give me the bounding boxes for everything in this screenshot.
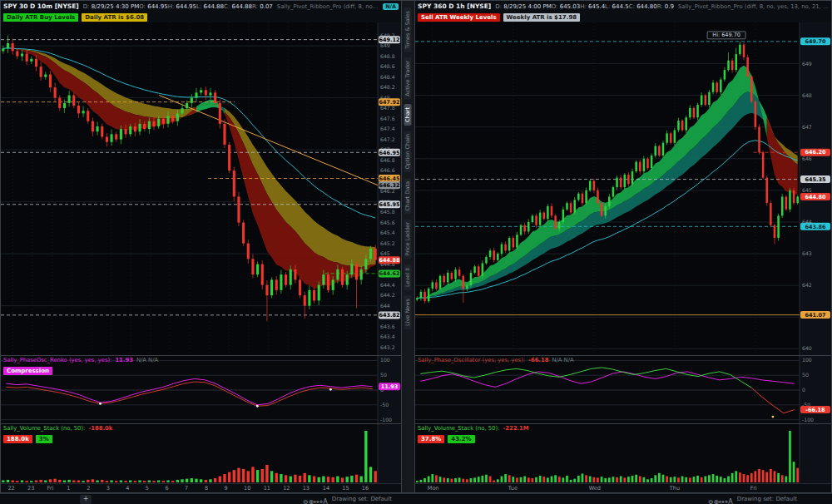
svg-text:644.2: 644.2 [380, 292, 395, 298]
time-axis-left: 2223Fri12345678910111213141516 [1, 483, 401, 492]
svg-text:645: 645 [802, 187, 812, 193]
svg-text:-100: -100 [802, 417, 814, 422]
svg-text:644.88: 644.88 [379, 257, 400, 264]
time-axis-label: 4 [126, 485, 129, 492]
svg-text:645.2: 645.2 [380, 240, 395, 246]
oscillator-panel-left[interactable]: Sally_PhaseOsc_Renko (yes, yes, yes): 11… [1, 355, 401, 423]
svg-text:11.93: 11.93 [381, 383, 399, 390]
status-middle [402, 494, 414, 504]
svg-text:644.80: 644.80 [805, 194, 826, 200]
atr-badges-right: Sell ATR Weekly LevelsWeekly ATR is $17.… [415, 12, 831, 22]
oscillator-title: Sally_PhaseOsc_Renko (yes, yes, yes): [3, 357, 111, 363]
na-chip: N/A [383, 3, 399, 10]
symbol-label: SPY 360 D 1h [NYSE] [418, 2, 491, 10]
svg-text:645.95: 645.95 [379, 201, 400, 208]
drawing-set-label[interactable]: Drawing set: Default [737, 496, 797, 502]
status-right: ⊖⊕↔⌖A Drawing set: Default [414, 494, 832, 504]
add-symbol-tab[interactable]: + [80, 495, 92, 504]
svg-text:647.8: 647.8 [380, 105, 395, 111]
svg-text:0: 0 [802, 387, 805, 393]
price-chart-left[interactable]: 649.2649648.8648.6648.4648.2648647.8647.… [1, 22, 401, 355]
ohlc-fields: D: 8/29/25 4:00 PMO: 645.03H: 645.4L: 64… [495, 3, 674, 10]
gadget-tab-active-trader[interactable]: Active Trader [404, 57, 412, 100]
gadget-tab-strip: Times & SalesActive TraderChartOption Ch… [402, 0, 414, 493]
chart-header-right: SPY 360 D 1h [NYSE] D: 8/29/25 4:00 PMO:… [415, 1, 831, 12]
atr-badge: 37.8% [418, 435, 444, 443]
gadget-tab-price-ladder[interactable]: Price Ladder [404, 219, 412, 259]
svg-text:648.4: 648.4 [380, 74, 395, 80]
svg-text:645.6: 645.6 [380, 220, 395, 225]
oscillator-legend-right: Sally_Phase_Oscillator (yes, yes, yes): … [418, 357, 574, 363]
time-axis-label: Wed [589, 485, 601, 492]
svg-text:648.2: 648.2 [380, 84, 395, 90]
svg-text:643.86: 643.86 [805, 224, 826, 230]
chart-panel-left: SPY 30 D 10m [NYSE] D: 8/29/25 4:30 PMO:… [0, 0, 402, 493]
time-axis-label: 9 [225, 485, 228, 492]
svg-text:100: 100 [802, 357, 812, 363]
drawing-set-label[interactable]: Drawing set: Default [332, 496, 392, 502]
time-axis-label: Mon [428, 485, 439, 492]
oscillator-value: 11.93 [115, 357, 133, 363]
chart-header-left: SPY 30 D 10m [NYSE] D: 8/29/25 4:30 PMO:… [1, 1, 401, 12]
gadget-tab-chart-data[interactable]: Chart Data [404, 178, 412, 214]
time-axis-label: 11 [264, 485, 270, 492]
ohlc-field: O: 644.95 [139, 3, 167, 10]
time-axis-label: 5 [146, 485, 149, 492]
atr-badge: Sell ATR Weekly Levels [418, 13, 500, 22]
trading-workspace: SPY 30 D 10m [NYSE] D: 8/29/25 4:30 PMO:… [0, 0, 832, 493]
gadget-tab-level-ii[interactable]: Level II [404, 264, 412, 290]
svg-text:644.62: 644.62 [379, 270, 399, 277]
volume-panel-left[interactable]: Sally_Volume_Stack (no, 50): -188.0k 188… [1, 423, 401, 483]
chart-tool-icon[interactable]: ↔ [719, 498, 725, 504]
gadget-tab-live-news[interactable]: Live News [404, 295, 412, 329]
ohlc-field: R: 0.9 [657, 3, 674, 10]
atr-badge: 188.0k [3, 435, 32, 443]
volume-value: -188.0k [88, 425, 112, 432]
svg-text:647.92: 647.92 [379, 99, 399, 106]
oscillator-na: N/A N/A [136, 357, 158, 363]
svg-text:640: 640 [802, 345, 812, 351]
svg-text:647.2: 647.2 [380, 136, 395, 142]
study-label: Sally_Pivot_Ribbon_Pro (diff, 8, no, yes… [678, 3, 829, 10]
time-axis-label: 3 [106, 485, 110, 492]
svg-text:642: 642 [802, 282, 812, 288]
chart-tool-icon[interactable]: ↔ [314, 498, 319, 504]
gadget-tab-option-chain[interactable]: Option Chain [404, 131, 412, 172]
svg-text:641.07: 641.07 [805, 312, 825, 319]
chart-tool-icon[interactable]: A [728, 498, 732, 504]
time-axis-label: 16 [362, 485, 369, 492]
svg-text:644.4: 644.4 [380, 282, 395, 288]
svg-text:647: 647 [802, 124, 812, 130]
svg-text:643.4: 643.4 [380, 334, 395, 339]
status-bar: + ⊖⊕↔⌖A Drawing set: Default ⊖⊕↔⌖A Drawi… [0, 493, 832, 504]
svg-text:643.2: 643.2 [380, 344, 395, 350]
time-axis-label: 8 [205, 485, 208, 492]
svg-text:100: 100 [380, 357, 390, 363]
svg-text:648: 648 [802, 92, 812, 98]
chart-tool-icon[interactable]: A [323, 498, 327, 504]
price-chart-right[interactable]: 649648647646645644643642641640Hi: 649.70… [415, 22, 831, 355]
svg-text:646.32: 646.32 [379, 182, 399, 189]
volume-value: -222.1M [503, 425, 528, 432]
svg-text:645.4: 645.4 [380, 230, 395, 235]
study-label: Sally_Pivot_Ribbon_Pro (diff, 8, no, yes… [277, 3, 379, 10]
time-axis-label: Tue [508, 485, 518, 492]
ohlc-field: L: 644.5 [605, 3, 629, 10]
ohlc-field: D: 8/29/25 4:30 PM [83, 3, 139, 10]
svg-text:649: 649 [380, 42, 390, 48]
time-axis-label: 2 [87, 485, 90, 492]
svg-text:643.6: 643.6 [380, 324, 395, 329]
svg-text:645.35: 645.35 [805, 176, 826, 183]
svg-text:645.8: 645.8 [380, 209, 395, 215]
atr-badge: 3% [36, 435, 52, 443]
oscillator-na: N/A N/A [552, 357, 573, 363]
gadget-tab-chart[interactable]: Chart [404, 104, 412, 126]
svg-text:-66.18: -66.18 [805, 407, 825, 413]
volume-panel-right[interactable]: Sally_Volume_Stack (no, 50): -222.1M 37.… [415, 423, 831, 483]
oscillator-panel-right[interactable]: Sally_Phase_Oscillator (yes, yes, yes): … [415, 355, 831, 423]
gadget-tab-times-sales[interactable]: Times & Sales [404, 7, 412, 52]
svg-text:646.20: 646.20 [805, 149, 826, 156]
time-axis-label: Fri [750, 485, 757, 492]
ohlc-field: H: 645.4 [580, 3, 605, 10]
time-axis-label: 12 [283, 485, 290, 492]
